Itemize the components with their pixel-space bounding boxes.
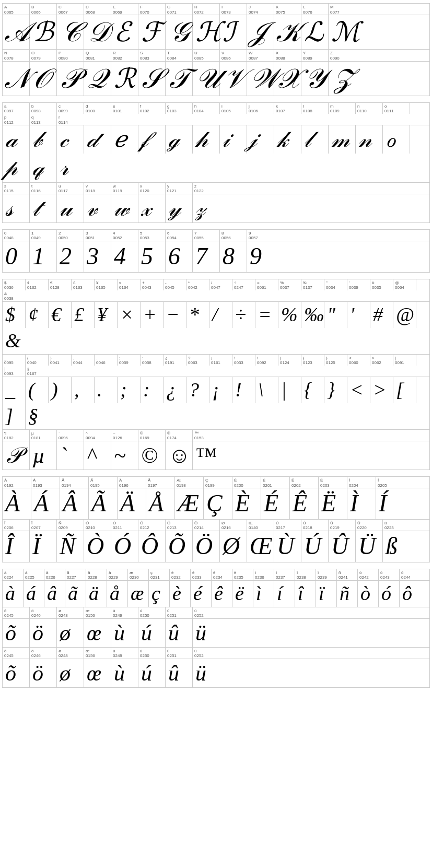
cell-squote: '0039 [347,279,370,290]
glyph-semicolon: ; [118,377,141,403]
cell-lbrace: {0123 [301,355,324,366]
glyph-dollar: $ [3,302,26,328]
glyph-rbrace: } [324,377,347,403]
uppercase-row2-labels: N0078 O0079 P0080 Q0081 R0082 S0083 T008… [3,50,429,61]
cell-yen: ¥0165 [95,279,118,290]
glyph-currency: × [118,302,141,328]
cell-copyright: ©0169 [138,430,166,441]
cell-asterisk: *0042 [186,279,209,290]
glyph-oslash: ø [57,619,84,647]
cell-A: A0065 [3,4,30,15]
glyph-trademark: ™ [193,441,220,470]
glyph-ograve: ò [358,581,379,607]
cell-ucirc: û0251 [166,607,193,618]
cell-Aring: Å0197 [146,477,175,488]
glyph-v: 𝓋 [84,194,111,222]
glyph-OElig: Œ [247,531,274,562]
glyph-yen: ¥ [95,302,118,328]
glyph-ocirc: ô [400,581,421,607]
cell-L: L0076 [301,4,329,15]
glyph-t: 𝓉 [30,194,57,222]
cell-colon: :0058 [141,355,164,366]
cell-D: D0068 [84,4,111,15]
glyph-underscore: _ [3,377,26,403]
symbols-section: $0036 ¢0162 €0128 £0163 ¥0165 ¤0164 +004… [2,279,430,470]
cell-Q: Q0081 [84,50,111,61]
glyph-V: 𝒱 [220,62,247,96]
glyph-pilcrow: 𝒫 [3,441,30,470]
glyph-num-8: 8 [220,241,247,272]
glyph-comma: , [72,377,95,403]
cell-rbrace: }0125 [324,355,347,366]
cell-grave: `0096 [57,430,84,441]
cell-oelig-b: œ0156 [84,648,111,659]
cell-Ucirc: Û0219 [329,520,356,531]
glyph-lbrace: { [301,377,324,403]
cell-Agrave: À0192 [3,477,31,488]
glyph-l: 𝓁 [301,125,329,154]
cell-ucirc-b: û0251 [166,648,193,659]
glyph-invexcl: ¡ [209,377,232,403]
glyph-m: 𝓂 [329,125,356,154]
glyph-excl: ! [232,377,255,403]
glyph-Iacute: Í [376,488,405,519]
glyph-num-1: 1 [30,241,57,272]
glyph-slash: / [209,302,232,328]
cell-4: 40052 [111,230,138,241]
cell-euml: ë0235 [232,569,253,580]
cell-eacute: é0233 [191,569,212,580]
cell-T: T0084 [166,50,193,61]
glyph-auml: ä [86,581,107,607]
glyph-num-3: 3 [84,241,111,272]
glyph-cent: ¢ [26,302,49,328]
accented-upper-section: À0192 Á0193 Â0194 Ã0195 Ä0196 Å0197 Æ019… [2,476,430,562]
glyph-ucirc-b: û [166,659,193,687]
cell-R: R0082 [111,50,138,61]
glyph-p: 𝓅 [3,154,30,182]
cell-ugrave-b: ù0249 [111,648,138,659]
cell-e: e0101 [111,103,138,114]
cell-ocirc: ô0244 [400,569,421,580]
special-labels: ¶0182 µ0181 `0096 ^0094 ~0126 ©0169 ®017… [3,430,429,441]
cell-9: 90057 [247,230,274,241]
cell-Ocirc: Ô0212 [138,520,166,531]
cell-semicolon: ;0059 [118,355,141,366]
glyph-Egrave: È [232,488,261,519]
glyph-ugrave-b: ù [111,659,138,687]
cell-Iuml: Ï0207 [30,520,57,531]
cell-dquote: "0034 [324,279,347,290]
glyph-Uuml: Ü [356,531,383,562]
glyph-minus: − [164,302,186,328]
glyph-Y: 𝒴 [301,62,329,96]
cell-N: N0078 [3,50,30,61]
cell-pound: £0163 [72,279,95,290]
glyph-uacute: ú [138,619,166,647]
cell-hash: #0035 [370,279,393,290]
cell-Ntilde: Ñ0209 [57,520,84,531]
cell-aring: å0229 [107,569,128,580]
glyph-lt: < [347,377,370,403]
glyph-hash: # [370,302,393,328]
cell-equals: =0061 [255,279,278,290]
cell-6: 60054 [166,230,193,241]
cell-Euml: Ë0203 [319,477,347,488]
cell-oacute: ó0243 [379,569,400,580]
cell-lt: <0060 [347,355,370,366]
cell-rbracket: ]0093 [3,366,26,377]
glyph-ugrave: ù [111,619,138,647]
cell-I: I0073 [220,4,247,15]
glyph-caret: ^ [84,441,111,470]
glyph-W: 𝒲 [247,62,274,96]
glyph-iuml: ï [316,581,337,607]
cell-w: w0119 [111,183,138,194]
cell-cent: ¢0162 [26,279,49,290]
glyph-iacute: í [274,581,295,607]
cell-Egrave: È0200 [232,477,261,488]
glyph-Q: 𝒬 [84,62,111,96]
lowercase-row2-labels: s0115 t0116 u0117 v0118 w0119 x0120 y012… [3,183,429,194]
cell-uacute-b: ú0250 [138,648,166,659]
cell-oslash-b: ø0248 [57,648,84,659]
cell-k: k0107 [274,103,301,114]
numbers-section: 00048 10049 20050 30051 40052 50053 6005… [2,229,430,273]
glyph-Acirc: Â [60,488,89,519]
